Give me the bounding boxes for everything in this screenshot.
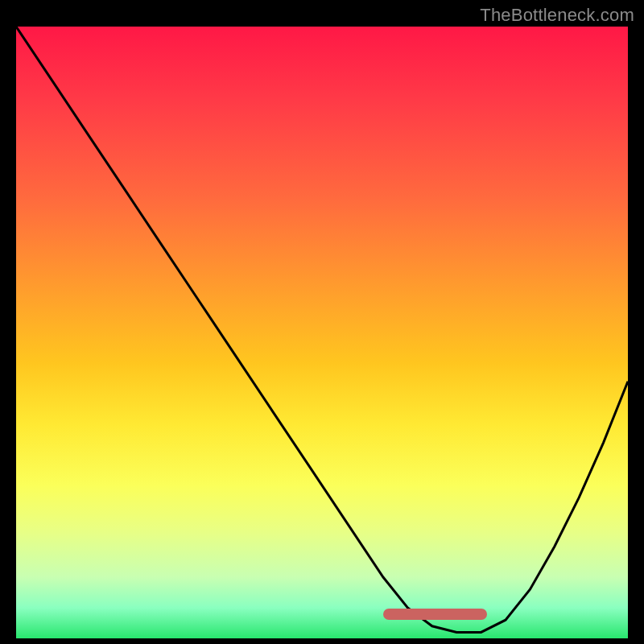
bottleneck-curve [16, 27, 628, 632]
watermark-text: TheBottleneck.com [480, 5, 634, 26]
curve-svg [16, 27, 628, 638]
optimal-range-marker [383, 609, 487, 620]
plot-area [16, 27, 628, 638]
chart-frame: TheBottleneck.com [0, 0, 644, 644]
